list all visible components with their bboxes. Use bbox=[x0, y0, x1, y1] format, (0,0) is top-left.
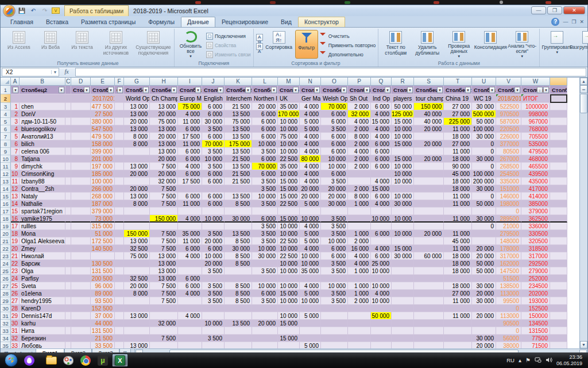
cell-L27[interactable]: 10 000 bbox=[252, 282, 278, 290]
cell-M33[interactable] bbox=[278, 327, 300, 335]
cell-X10[interactable] bbox=[550, 155, 567, 163]
cell-A34[interactable]: 32 bbox=[11, 335, 20, 342]
cell-R17[interactable] bbox=[392, 208, 414, 215]
column-header-V[interactable]: V bbox=[496, 78, 521, 86]
cell-Q9[interactable]: 6 000 bbox=[371, 148, 392, 155]
cell-W15[interactable]: 414000 bbox=[521, 193, 550, 200]
cell-R30[interactable] bbox=[392, 305, 414, 312]
cell-S16[interactable] bbox=[414, 200, 444, 208]
cell-Q26[interactable] bbox=[371, 275, 392, 282]
cell-P33[interactable] bbox=[348, 327, 371, 335]
cell-F32[interactable] bbox=[115, 320, 124, 327]
cell-A32[interactable]: 30 bbox=[11, 320, 20, 327]
redo-icon[interactable]: ↷ bbox=[40, 7, 49, 15]
cell-F12[interactable] bbox=[115, 170, 124, 178]
cell-U10[interactable]: 30 000 bbox=[472, 155, 496, 163]
cell-H33[interactable] bbox=[150, 327, 178, 335]
cell-A31[interactable]: 29 bbox=[11, 312, 20, 320]
from-other-sources-button[interactable]: Из других источников bbox=[99, 30, 133, 59]
cell-R22[interactable]: 15 000 bbox=[392, 245, 414, 252]
cell-B18[interactable]: yamike1975 bbox=[20, 215, 65, 223]
header-cell-J1[interactable]: Столбе▼ bbox=[202, 86, 225, 94]
row-header-33[interactable]: 33 bbox=[1, 327, 11, 335]
cell-K11[interactable]: 13 500 bbox=[225, 163, 252, 170]
cell-B25[interactable]: Olga bbox=[20, 267, 65, 275]
cell-F20[interactable] bbox=[115, 230, 124, 237]
cell-O32[interactable] bbox=[321, 320, 348, 327]
cell-L32[interactable]: 20 000 bbox=[252, 320, 278, 327]
cell-V24[interactable]: 162000 bbox=[496, 260, 521, 267]
existing-connections-button[interactable]: Существующие подключения bbox=[135, 30, 172, 59]
cell-H18[interactable]: 150 000 bbox=[150, 215, 178, 223]
cell-O20[interactable]: 3 500 bbox=[321, 230, 348, 237]
cell-I22[interactable]: 6 000 bbox=[178, 245, 202, 252]
cell-V4[interactable]: 970500 bbox=[496, 110, 521, 118]
cell-X6[interactable] bbox=[550, 125, 567, 133]
cell-C14[interactable] bbox=[65, 185, 71, 193]
row-header-6[interactable]: 6 bbox=[1, 125, 11, 133]
cell-J35[interactable] bbox=[202, 342, 225, 348]
cell-J33[interactable] bbox=[202, 327, 225, 335]
cell-N24[interactable]: 10 000 bbox=[300, 260, 321, 267]
cell-B17[interactable]: spartak71region bbox=[20, 208, 65, 215]
cell-T6[interactable]: 11 000 bbox=[444, 125, 472, 133]
cell-F4[interactable] bbox=[115, 110, 124, 118]
network-icon[interactable] bbox=[535, 357, 541, 364]
cell-G23[interactable]: 75 000 bbox=[124, 252, 150, 260]
cell-F34[interactable] bbox=[115, 335, 124, 342]
cell-A35[interactable]: 33 bbox=[11, 342, 20, 348]
cell-D8[interactable] bbox=[71, 140, 91, 148]
cell-I23[interactable]: 4 000 bbox=[178, 252, 202, 260]
cell-E26[interactable]: 200 500 bbox=[91, 275, 115, 282]
cell-U17[interactable] bbox=[472, 208, 496, 215]
row-header-29[interactable]: 29 bbox=[1, 297, 11, 305]
cell-X22[interactable] bbox=[550, 245, 567, 252]
cell-E35[interactable]: 33 500 bbox=[91, 342, 115, 348]
row-header-13[interactable]: 13 bbox=[1, 178, 11, 185]
cell-B24[interactable]: Барсик bbox=[20, 260, 65, 267]
row-header-12[interactable]: 12 bbox=[1, 170, 11, 178]
cell-R34[interactable] bbox=[392, 335, 414, 342]
cell-K12[interactable]: 21 500 bbox=[225, 170, 252, 178]
cell-S8[interactable]: 20 000 bbox=[414, 140, 444, 148]
cell-X13[interactable] bbox=[550, 178, 567, 185]
cell-P2[interactable]: Sh Out bbox=[348, 94, 371, 103]
column-header-U[interactable]: U bbox=[472, 78, 496, 86]
cell-J34[interactable]: 3 500 bbox=[202, 335, 225, 342]
cell-O7[interactable]: 6 000 bbox=[321, 133, 348, 140]
row-header-20[interactable]: 20 bbox=[1, 230, 11, 237]
cell-L28[interactable]: 6 000 bbox=[252, 290, 278, 297]
cell-O6[interactable]: 3 500 bbox=[321, 125, 348, 133]
cell-S22[interactable] bbox=[414, 245, 444, 252]
scroll-down-icon[interactable]: ▼ bbox=[580, 341, 587, 348]
cell-H4[interactable]: 20 000 bbox=[150, 110, 178, 118]
cell-L34[interactable] bbox=[252, 335, 278, 342]
cell-A26[interactable]: 24 bbox=[11, 275, 20, 282]
cell-R21[interactable] bbox=[392, 237, 414, 245]
cell-T16[interactable]: 11 000 bbox=[444, 200, 472, 208]
cell-M12[interactable]: 10 000 bbox=[278, 170, 300, 178]
cell-A24[interactable]: 22 bbox=[11, 260, 20, 267]
cell-L10[interactable]: 6 000 bbox=[252, 155, 278, 163]
cell-W35[interactable]: 71500 bbox=[521, 342, 550, 348]
tab-Вид[interactable]: Вид bbox=[274, 17, 298, 27]
cell-S25[interactable] bbox=[414, 267, 444, 275]
cell-P17[interactable] bbox=[348, 208, 371, 215]
cell-Q15[interactable]: 6 000 bbox=[371, 193, 392, 200]
cell-W8[interactable]: 535000 bbox=[521, 140, 550, 148]
cell-N7[interactable]: 4 000 bbox=[300, 133, 321, 140]
cell-H21[interactable]: 7 500 bbox=[150, 237, 178, 245]
cell-B34[interactable]: Березкин bbox=[20, 335, 65, 342]
cell-H34[interactable]: 7 500 bbox=[150, 335, 178, 342]
cell-X25[interactable] bbox=[550, 267, 567, 275]
cell-W34[interactable]: 77500 bbox=[521, 335, 550, 342]
filter-button[interactable]: Фильтр bbox=[295, 30, 318, 59]
cell-D14[interactable] bbox=[71, 185, 91, 193]
cell-F14[interactable] bbox=[115, 185, 124, 193]
filter-dropdown-icon[interactable]: ▼ bbox=[117, 87, 123, 93]
row-header-35[interactable]: 35 bbox=[1, 342, 11, 348]
cell-T34[interactable] bbox=[444, 335, 472, 342]
taskbar-utorrent[interactable]: µ bbox=[95, 354, 111, 367]
filter-dropdown-icon[interactable]: ▼ bbox=[245, 87, 251, 93]
cell-A28[interactable]: 26 bbox=[11, 290, 20, 297]
